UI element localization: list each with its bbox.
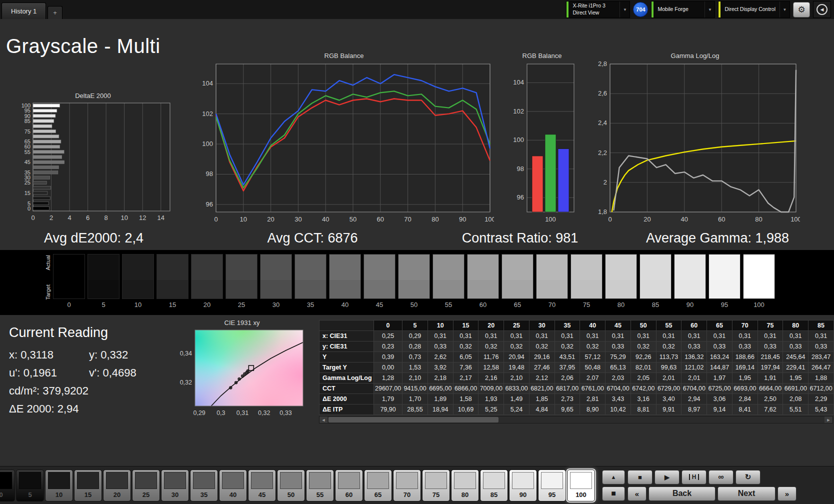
step-label: 80 — [454, 491, 476, 498]
gray-swatch-55: 55 — [432, 254, 464, 315]
scroll-up-button[interactable]: ▲ — [602, 470, 625, 484]
target-patch — [674, 280, 706, 299]
pattern-step-button-45[interactable]: 45 — [248, 470, 276, 502]
scroll-left-icon[interactable]: ◄ — [320, 416, 328, 423]
scrollbar-thumb[interactable] — [328, 417, 498, 422]
table-col-header: 60 — [682, 320, 707, 331]
pattern-step-button-60[interactable]: 60 — [335, 470, 363, 502]
pattern-step-button-0[interactable]: 0 — [0, 470, 15, 502]
double-chevron-left-icon: « — [635, 490, 639, 498]
pattern-step-button-40[interactable]: 40 — [219, 470, 247, 502]
play-button[interactable]: ▶ — [654, 470, 680, 484]
settings-button[interactable]: ⚙ — [793, 2, 810, 18]
target-patch — [605, 280, 637, 299]
gray-swatch-5: 5 — [88, 254, 120, 315]
gray-swatch-40: 40 — [329, 254, 361, 315]
actual-patch — [674, 254, 706, 280]
add-tab-button[interactable]: + — [48, 6, 62, 19]
svg-text:60: 60 — [377, 216, 384, 223]
next-button[interactable]: Next — [718, 486, 776, 501]
table-col-header: 5 — [402, 320, 428, 331]
gray-swatch-10: 10 — [122, 254, 154, 315]
table-cell: 0,31 — [732, 331, 758, 342]
pattern-step-button-55[interactable]: 55 — [306, 470, 334, 502]
pattern-step-button-30[interactable]: 30 — [161, 470, 189, 502]
table-cell: 1,58 — [453, 394, 478, 404]
collapse-panel-button[interactable]: ◀ — [813, 1, 831, 18]
deltae-bar-chart: 0246810121410095908575656055453530251550 — [7, 100, 180, 226]
table-cell: 1,79 — [374, 394, 402, 404]
table-cell: 0,31 — [453, 331, 478, 342]
table-cell: 121,02 — [682, 362, 707, 373]
gray-swatch-65: 65 — [502, 254, 534, 315]
pattern-step-button-85[interactable]: 85 — [480, 470, 508, 502]
pattern-step-button-10[interactable]: 10 — [45, 470, 73, 502]
continuous-read-button[interactable]: ∞ — [708, 470, 734, 484]
svg-text:0: 0 — [27, 206, 30, 212]
actual-patch — [226, 254, 258, 280]
svg-text:12: 12 — [138, 214, 146, 222]
table-row: CCT29607,009415,006695,006866,007009,006… — [320, 384, 834, 394]
bottom-toolbar: 0510152025303540455055606570758085909510… — [0, 466, 834, 504]
pattern-size-button[interactable]: H — [682, 470, 706, 484]
svg-text:104: 104 — [202, 80, 213, 87]
table-cell: 0,33 — [732, 342, 758, 352]
pattern-step-button-100[interactable]: 100 — [567, 470, 595, 502]
table-scrollbar[interactable]: ◄ ► — [319, 416, 833, 424]
scroll-right-icon[interactable]: ► — [824, 416, 832, 423]
meter-mode: Direct View — [572, 10, 616, 16]
swatch-level-label: 55 — [432, 301, 464, 308]
pattern-step-button-5[interactable]: 5 — [16, 470, 44, 502]
table-cell: 0,25 — [374, 331, 402, 342]
pattern-step-button-70[interactable]: 70 — [393, 470, 421, 502]
pattern-step-button-75[interactable]: 75 — [422, 470, 450, 502]
measurement-table-panel: 0510152025303540455055606570758085x: CIE… — [319, 319, 834, 443]
target-patch — [640, 280, 672, 299]
history-tab[interactable]: History 1 — [2, 2, 46, 19]
table-cell: 0,28 — [402, 342, 428, 352]
source-dropdown[interactable]: Mobile Forge ▼ — [651, 1, 715, 18]
table-row: x: CIE310,250,290,310,310,310,310,310,31… — [320, 331, 834, 342]
reading-u: u': 0,1961 — [9, 366, 89, 380]
pattern-step-button-25[interactable]: 25 — [132, 470, 160, 502]
display-control-dropdown[interactable]: Direct Display Control ▼ — [718, 1, 790, 18]
table-cell: 2,01 — [682, 373, 707, 384]
meter-dropdown[interactable]: X-Rite i1Pro 3 Direct View ▼ — [566, 1, 630, 18]
pattern-step-button-65[interactable]: 65 — [364, 470, 392, 502]
table-cell: 8,41 — [732, 404, 758, 415]
svg-text:10: 10 — [120, 214, 128, 222]
target-patch — [156, 280, 188, 299]
svg-text:104: 104 — [513, 78, 524, 86]
swatch-level-label: 15 — [156, 301, 188, 308]
double-chevron-right-icon[interactable]: » — [778, 486, 796, 501]
pattern-step-button-90[interactable]: 90 — [509, 470, 537, 502]
table-col-header: 40 — [580, 320, 606, 331]
playback-controls: ▲ ■ ■ ▶ H ∞ ↻ « Back Next » — [602, 470, 796, 501]
table-cell: 6833,00 — [504, 384, 530, 394]
pattern-step-button-95[interactable]: 95 — [538, 470, 566, 502]
pattern-step-button-15[interactable]: 15 — [74, 470, 102, 502]
target-patch — [398, 280, 430, 299]
table-cell: 2,06 — [554, 373, 580, 384]
table-cell: 1,88 — [808, 373, 834, 384]
table-cell: 2,29 — [808, 394, 834, 404]
meter-count-badge[interactable]: 704 — [633, 2, 648, 17]
target-patch — [260, 280, 292, 299]
stop-button[interactable]: ■ — [628, 470, 652, 484]
pattern-step-button-20[interactable]: 20 — [103, 470, 131, 502]
back-button[interactable]: Back — [648, 486, 716, 501]
pattern-step-button-35[interactable]: 35 — [190, 470, 218, 502]
contrast-ratio-stat: Contrast Ratio: 981 — [438, 230, 602, 246]
reading-y: y: 0,332 — [89, 348, 168, 362]
gray-swatch-30: 30 — [260, 254, 292, 315]
pattern-window-button[interactable]: ■ — [602, 486, 625, 501]
pattern-step-button-50[interactable]: 50 — [277, 470, 305, 502]
pattern-step-button-80[interactable]: 80 — [451, 470, 479, 502]
swatch-level-label: 75 — [570, 301, 602, 308]
repeat-button[interactable]: ↻ — [736, 470, 760, 484]
table-cell: 144,87 — [707, 362, 732, 373]
skip-back-button[interactable]: « — [628, 486, 646, 501]
table-cell: 7,62 — [758, 404, 783, 415]
pattern-size-icon: H — [689, 474, 700, 480]
table-cell: 0,32 — [478, 342, 504, 352]
